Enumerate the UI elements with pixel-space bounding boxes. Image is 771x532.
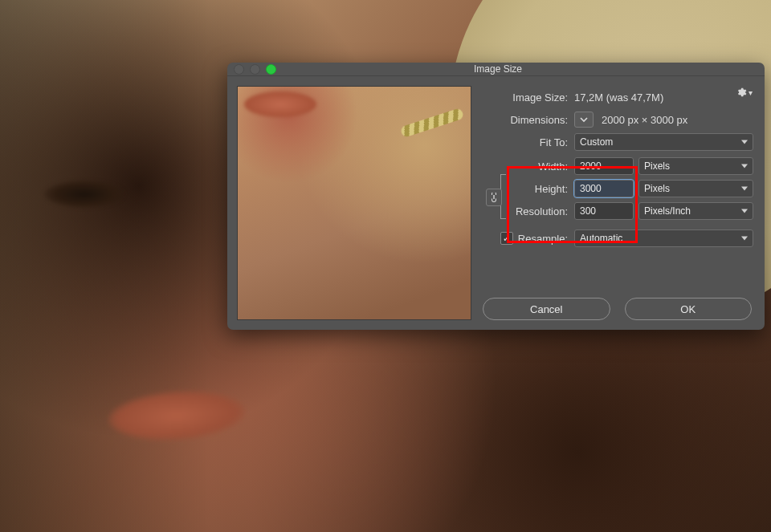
- width-unit-select[interactable]: Pixels: [638, 157, 753, 175]
- resolution-unit-select[interactable]: Pixels/Inch: [638, 202, 753, 220]
- link-icon: [490, 193, 498, 202]
- dimensions-unit-toggle[interactable]: [574, 112, 594, 128]
- dialog-body: ▾ Image Size: 17,2M (was 47,7M) Dimensio…: [227, 76, 765, 330]
- height-row: Height: 3000 Pixels: [481, 177, 753, 200]
- ok-button[interactable]: OK: [625, 298, 753, 320]
- image-preview[interactable]: [237, 86, 471, 320]
- resolution-row: Resolution: 300 Pixels/Inch: [481, 200, 753, 222]
- preview-detail-lips: [244, 91, 316, 117]
- dialog-title: Image Size: [238, 63, 758, 75]
- resample-value: Automatic: [580, 233, 622, 244]
- height-input[interactable]: 3000: [574, 180, 634, 197]
- background-shadow: [0, 0, 209, 532]
- height-value: 3000: [580, 183, 602, 194]
- resample-checkbox[interactable]: ✓: [500, 232, 513, 245]
- image-size-row: Image Size: 17,2M (was 47,7M): [481, 86, 753, 108]
- constrain-proportions-toggle[interactable]: [486, 189, 502, 206]
- cancel-label: Cancel: [530, 303, 562, 315]
- resolution-input[interactable]: 300: [574, 202, 634, 220]
- settings-gear-button[interactable]: ▾: [736, 84, 753, 100]
- dialog-titlebar[interactable]: Image Size: [227, 63, 765, 76]
- width-value: 2000: [580, 160, 602, 172]
- fit-to-label: Fit To:: [481, 136, 569, 148]
- constrain-proportions-bracket: [487, 174, 505, 219]
- height-unit-value: Pixels: [644, 183, 670, 194]
- fit-to-value: Custom: [580, 136, 613, 148]
- fit-to-row: Fit To: Custom: [481, 131, 753, 153]
- dialog-buttons: Cancel OK: [481, 293, 753, 320]
- preview-detail-chain: [400, 108, 464, 138]
- resolution-unit-value: Pixels/Inch: [644, 205, 691, 217]
- width-row: Width: 2000 Pixels: [481, 155, 753, 177]
- chevron-down-icon: [580, 116, 588, 124]
- resolution-value: 300: [580, 205, 596, 217]
- height-unit-select[interactable]: Pixels: [638, 180, 753, 197]
- dimensions-row: Dimensions: 2000 px × 3000 px: [481, 108, 753, 131]
- ok-label: OK: [680, 303, 696, 315]
- image-size-dialog: Image Size ▾ Image Size: 17,2M (was 47,7…: [227, 63, 765, 330]
- resample-select[interactable]: Automatic: [574, 229, 753, 247]
- svg-rect-0: [493, 195, 494, 199]
- width-unit-value: Pixels: [644, 160, 670, 172]
- fit-to-select[interactable]: Custom: [574, 133, 753, 151]
- gear-icon: [736, 87, 747, 98]
- image-size-value: 17,2M (was 47,7M): [574, 91, 663, 104]
- dimensions-label: Dimensions:: [481, 114, 569, 126]
- width-label: Width:: [481, 160, 569, 173]
- image-size-label: Image Size:: [481, 91, 569, 104]
- resample-label: Resample:: [518, 233, 568, 245]
- cancel-button[interactable]: Cancel: [483, 298, 610, 320]
- gear-caret-icon: ▾: [749, 88, 753, 97]
- width-input[interactable]: 2000: [574, 157, 634, 175]
- dimensions-value: 2000 px × 3000 px: [602, 114, 687, 126]
- controls-pane: ▾ Image Size: 17,2M (was 47,7M) Dimensio…: [481, 86, 753, 320]
- background-eye: [44, 181, 124, 208]
- resample-row: ✓ Resample: Automatic: [481, 227, 753, 250]
